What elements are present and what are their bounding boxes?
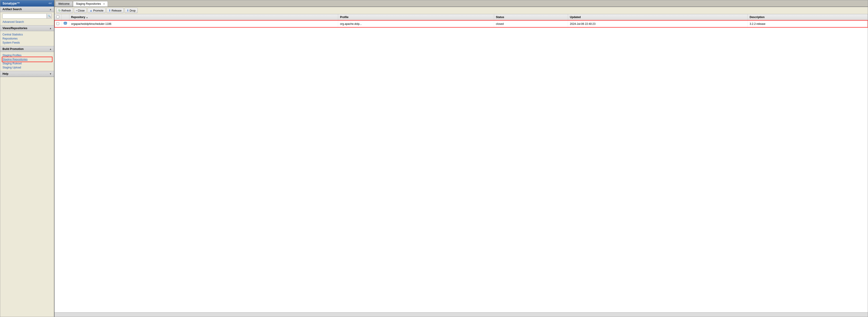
help-header[interactable]: Help ▼: [0, 71, 54, 77]
build-promotion-toggle-icon: ▲: [49, 48, 52, 50]
sidebar-item-staging-upload[interactable]: Staging Upload: [2, 66, 52, 70]
build-promotion-label: Build Promotion: [2, 47, 24, 50]
header-profile[interactable]: Profile: [338, 14, 494, 20]
row-repository: orgapachedolphinscheduler-1186: [69, 20, 338, 27]
build-promotion-header[interactable]: Build Promotion ▲: [0, 46, 54, 52]
staging-repositories-table: Repository ▲ Profile Status Updated: [55, 14, 868, 27]
search-icon: 🔍: [48, 15, 51, 17]
sidebar-item-staging-repositories[interactable]: Staging Repositories: [2, 57, 52, 61]
header-profile-label: Profile: [340, 15, 348, 19]
help-toggle-icon: ▼: [49, 72, 52, 75]
close-btn-icon: ▪: [76, 9, 77, 12]
row-icon-cell: [61, 20, 69, 27]
header-icon-cell: [61, 14, 69, 20]
tab-welcome[interactable]: Welcome: [55, 1, 72, 6]
artifact-search-label: Artifact Search: [2, 8, 22, 11]
sidebar-collapse-button[interactable]: <<: [49, 2, 52, 5]
row-updated: 2024-Jul-06 22:40:23: [568, 20, 748, 27]
artifact-search-toggle-icon: ▲: [49, 8, 52, 11]
sidebar-section-help: Help ▼: [0, 71, 54, 77]
header-description-label: Description: [749, 15, 765, 19]
sidebar-item-staging-ruleset[interactable]: Staging Ruleset: [2, 61, 52, 66]
drop-label: Drop: [130, 9, 135, 12]
artifact-search-header[interactable]: Artifact Search ▲: [0, 6, 54, 12]
search-input[interactable]: [2, 13, 47, 19]
header-description[interactable]: Description: [748, 14, 868, 20]
sort-asc-icon: ▲: [86, 16, 88, 19]
row-checkbox[interactable]: [56, 22, 59, 25]
promote-icon: ▲: [90, 9, 92, 12]
refresh-button[interactable]: ↻ Refresh: [56, 8, 73, 13]
sidebar-item-staging-profiles[interactable]: Staging Profiles: [2, 53, 52, 57]
header-status[interactable]: Status: [494, 14, 568, 20]
views-repositories-label: Views/Repositories: [2, 27, 27, 30]
sidebar-section-build-promotion: Build Promotion ▲ Staging Profiles Stagi…: [0, 46, 54, 71]
search-box: 🔍: [2, 13, 52, 19]
sidebar-header: Sonatype™ <<: [0, 0, 54, 6]
search-button[interactable]: 🔍: [47, 13, 52, 19]
header-checkbox-cell: [55, 14, 61, 20]
artifact-search-content: 🔍 Advanced Search: [0, 12, 54, 25]
close-label: Close: [78, 9, 85, 12]
table-row[interactable]: orgapachedolphinscheduler-1186 org.apach…: [55, 20, 868, 27]
toolbar: ↻ Refresh ▪ Close ▲ Promote ⬆ Release ⬇ …: [55, 7, 868, 14]
sidebar-section-artifact-search: Artifact Search ▲ 🔍 Advanced Search: [0, 6, 54, 26]
header-updated[interactable]: Updated: [568, 14, 748, 20]
table-body: orgapachedolphinscheduler-1186 org.apach…: [55, 20, 868, 27]
sidebar-item-system-feeds[interactable]: System Feeds: [2, 41, 52, 45]
row-checkbox-cell: [55, 20, 61, 27]
header-updated-label: Updated: [570, 15, 581, 19]
app-title: Sonatype™: [2, 2, 20, 5]
drop-icon: ⬇: [127, 9, 129, 12]
drop-button[interactable]: ⬇ Drop: [125, 8, 138, 13]
refresh-label: Refresh: [61, 9, 71, 12]
refresh-icon: ↻: [58, 9, 61, 12]
tab-close-icon[interactable]: ✕: [103, 3, 105, 5]
views-repositories-content: Central Statistics Repositories System F…: [0, 31, 54, 46]
build-promotion-content: Staging Profiles Staging Repositories St…: [0, 52, 54, 71]
tab-staging-repositories[interactable]: Staging Repositories ✕: [73, 1, 108, 6]
svg-point-0: [64, 22, 67, 23]
header-repository-label: Repository: [71, 15, 86, 19]
views-repositories-header[interactable]: Views/Repositories ▲: [0, 26, 54, 31]
sidebar-item-advanced-search[interactable]: Advanced Search: [2, 20, 52, 24]
sidebar-section-views-repositories: Views/Repositories ▲ Central Statistics …: [0, 26, 54, 46]
table-header: Repository ▲ Profile Status Updated: [55, 14, 868, 20]
table-area: Repository ▲ Profile Status Updated: [55, 14, 868, 312]
svg-point-1: [64, 23, 67, 24]
help-label: Help: [2, 72, 8, 75]
close-button[interactable]: ▪ Close: [74, 8, 87, 13]
main-content: Welcome Staging Repositories ✕ ↻ Refresh…: [55, 0, 868, 317]
header-repository[interactable]: Repository ▲: [69, 14, 338, 20]
status-bar: [55, 312, 868, 317]
sidebar-item-repositories[interactable]: Repositories: [2, 37, 52, 41]
header-status-label: Status: [496, 15, 504, 19]
tab-bar: Welcome Staging Repositories ✕: [55, 0, 868, 7]
release-icon: ⬆: [108, 9, 111, 12]
sidebar: Sonatype™ << Artifact Search ▲ 🔍 Advance…: [0, 0, 55, 317]
row-profile: org.apache.dolp...: [338, 20, 494, 27]
sidebar-item-central-statistics[interactable]: Central Statistics: [2, 33, 52, 37]
promote-button[interactable]: ▲ Promote: [88, 8, 105, 13]
views-repositories-toggle-icon: ▲: [49, 27, 52, 30]
tab-staging-repositories-label: Staging Repositories: [76, 2, 101, 5]
promote-label: Promote: [93, 9, 103, 12]
database-icon: [63, 22, 67, 26]
tab-welcome-label: Welcome: [58, 2, 70, 5]
table-header-row: Repository ▲ Profile Status Updated: [55, 14, 868, 20]
row-description: 3.2.2-release: [748, 20, 868, 27]
select-all-checkbox[interactable]: [56, 15, 59, 18]
release-button[interactable]: ⬆ Release: [106, 8, 124, 13]
release-label: Release: [112, 9, 122, 12]
row-status: closed: [494, 20, 568, 27]
